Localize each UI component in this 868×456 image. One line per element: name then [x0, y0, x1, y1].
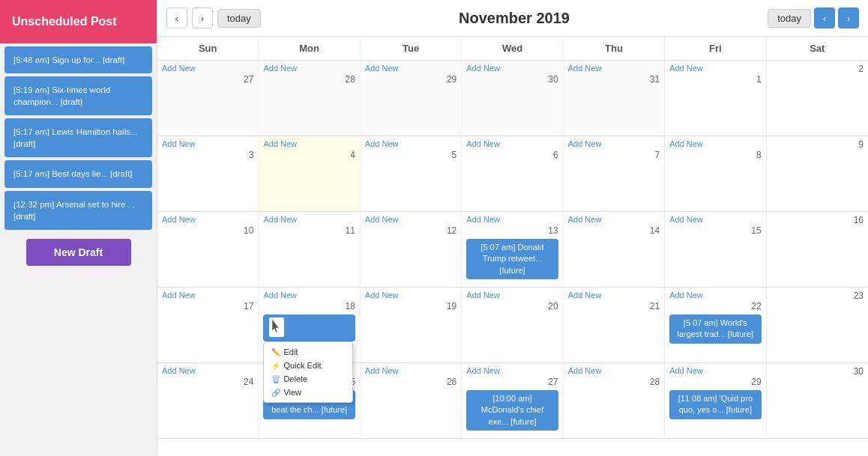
day-number: 16 — [771, 215, 864, 225]
calendar-day-header: Wed — [462, 37, 563, 60]
calendar-event[interactable] — [263, 314, 355, 341]
sidebar: Unscheduled Post [5:48 am] Sign up for..… — [0, 0, 157, 456]
add-new-link[interactable]: Add New — [669, 139, 761, 148]
add-new-link[interactable]: Add New — [162, 291, 253, 300]
calendar-day: Add New30 — [462, 61, 563, 136]
add-new-link[interactable]: Add New — [365, 215, 456, 224]
calendar-day: Add New10 — [157, 212, 259, 287]
context-menu-item-view[interactable]: 🔗View — [264, 386, 352, 399]
add-new-link[interactable]: Add New — [466, 366, 558, 375]
calendar-day: Add New26 — [361, 363, 462, 438]
next-month-button-left[interactable]: › — [192, 7, 213, 28]
calendar-day: Add New22[5:07 am] World's largest trad.… — [665, 288, 766, 362]
day-number: 8 — [669, 150, 761, 160]
sidebar-post-item[interactable]: [5:48 am] Sign up for... [draft] — [4, 46, 152, 73]
add-new-link[interactable]: Add New — [365, 64, 456, 73]
today-button-left[interactable]: today — [217, 9, 261, 28]
add-new-link[interactable]: Add New — [162, 139, 253, 148]
context-menu-item-edit[interactable]: ✏️Edit — [264, 345, 352, 359]
top-navigation: ‹ › today November 2019 today ‹ › — [157, 0, 868, 37]
add-new-link[interactable]: Add New — [466, 215, 558, 224]
calendar-day: 16 — [767, 212, 868, 287]
calendar-event[interactable]: [10:00 am] McDonald's chief exe... [futu… — [466, 390, 558, 431]
day-number: 7 — [568, 150, 660, 160]
calendar-day: Add New3 — [157, 136, 259, 211]
calendar-day: 2 — [767, 61, 868, 136]
calendar-day: Add New28 — [564, 363, 665, 438]
calendar-event[interactable]: [5:07 am] World's largest trad... [futur… — [669, 314, 761, 344]
delete-icon: 🗑️ — [271, 375, 280, 383]
add-new-link[interactable]: Add New — [669, 366, 761, 375]
calendar-day: 23 — [767, 288, 868, 362]
add-new-link[interactable]: Add New — [466, 291, 558, 300]
add-new-link[interactable]: Add New — [466, 64, 558, 73]
day-number: 6 — [466, 150, 558, 160]
calendar-day: Add New19 — [361, 288, 462, 362]
sidebar-post-item[interactable]: [5:17 am] Best days lie... [draft] — [4, 160, 152, 187]
prev-month-button-right[interactable]: ‹ — [814, 7, 835, 28]
add-new-link[interactable]: Add New — [466, 139, 558, 148]
calendar-week: Add New27Add New28Add New29Add New30Add … — [157, 61, 868, 136]
add-new-link[interactable]: Add New — [669, 215, 761, 224]
add-new-link[interactable]: Add New — [162, 64, 253, 73]
context-menu-item-quick-edit[interactable]: ⚡Quick Edit — [264, 359, 352, 372]
sidebar-header: Unscheduled Post — [0, 0, 157, 43]
add-new-link[interactable]: Add New — [568, 291, 660, 300]
sidebar-title: Unscheduled Post — [12, 15, 117, 28]
day-number: 4 — [263, 150, 355, 160]
context-menu-item-delete[interactable]: 🗑️Delete — [264, 372, 352, 386]
cursor-icon — [269, 317, 284, 337]
prev-month-button-left[interactable]: ‹ — [166, 7, 187, 28]
day-number: 13 — [466, 225, 558, 236]
add-new-link[interactable]: Add New — [568, 215, 660, 224]
day-number: 21 — [568, 301, 660, 311]
add-new-link[interactable]: Add New — [162, 215, 253, 224]
day-number: 14 — [568, 225, 660, 236]
add-new-link[interactable]: Add New — [568, 139, 660, 148]
day-number: 27 — [466, 377, 558, 387]
day-number: 9 — [771, 139, 864, 150]
calendar-event[interactable]: [11:08 am] 'Quid pro quo, yes o... [futu… — [669, 390, 761, 419]
add-new-link[interactable]: Add New — [263, 139, 355, 148]
next-month-button-right[interactable]: › — [838, 7, 859, 28]
calendar-day: Add New17 — [157, 288, 259, 362]
calendar-grid: SunMonTueWedThuFriSat Add New27Add New28… — [157, 37, 868, 456]
day-number: 18 — [263, 301, 355, 311]
new-draft-button[interactable]: New Draft — [26, 239, 131, 266]
sidebar-post-item[interactable]: [5:19 am] Six-times world champion... [d… — [4, 76, 152, 115]
calendar-day: Add New31 — [564, 61, 665, 136]
day-number: 20 — [466, 301, 558, 311]
day-number: 24 — [162, 377, 253, 387]
calendar-week: Add New17Add New18✏️Edit⚡Quick Edit🗑️Del… — [157, 288, 868, 363]
add-new-link[interactable]: Add New — [365, 139, 456, 148]
add-new-link[interactable]: Add New — [263, 64, 355, 73]
add-new-link[interactable]: Add New — [263, 215, 355, 224]
edit-icon: ✏️ — [271, 348, 280, 356]
add-new-link[interactable]: Add New — [365, 291, 456, 300]
day-number: 11 — [263, 225, 355, 236]
day-number: 22 — [669, 301, 761, 311]
day-number: 23 — [771, 291, 864, 301]
add-new-link[interactable]: Add New — [568, 366, 660, 375]
calendar-day: Add New1 — [665, 61, 766, 136]
add-new-link[interactable]: Add New — [669, 64, 761, 73]
sidebar-post-item[interactable]: [12:32 pm] Arsenal set to hire ... [draf… — [4, 191, 152, 230]
calendar-day: Add New13[5:07 am] Donald Trump retweet.… — [462, 212, 563, 287]
calendar-event[interactable]: [5:07 am] Donald Trump retweet... [futur… — [466, 239, 558, 279]
add-new-link[interactable]: Add New — [365, 366, 456, 375]
add-new-link[interactable]: Add New — [263, 291, 355, 300]
calendar-body: Add New27Add New28Add New29Add New30Add … — [157, 61, 868, 439]
day-number: 31 — [568, 74, 660, 85]
add-new-link[interactable]: Add New — [568, 64, 660, 73]
calendar-title: November 2019 — [265, 10, 763, 27]
add-new-link[interactable]: Add New — [669, 291, 761, 300]
calendar-day: Add New11 — [259, 212, 360, 287]
day-number: 3 — [162, 150, 253, 160]
calendar-header: SunMonTueWedThuFriSat — [157, 37, 868, 61]
event-with-context-menu: ✏️Edit⚡Quick Edit🗑️Delete🔗View — [263, 314, 355, 341]
sidebar-post-item[interactable]: [5:17 am] Lewis Hamilton hails... [draft… — [4, 118, 152, 157]
calendar-day: 9 — [767, 136, 868, 211]
calendar-week: Add New3Add New4Add New5Add New6Add New7… — [157, 136, 868, 212]
today-button-right[interactable]: today — [768, 9, 811, 28]
add-new-link[interactable]: Add New — [162, 366, 253, 375]
